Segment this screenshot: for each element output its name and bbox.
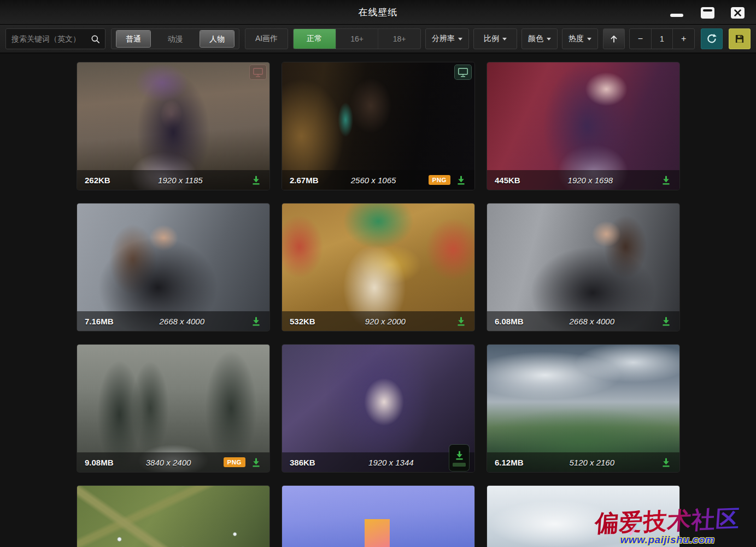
gradient-monolith xyxy=(365,519,390,547)
ai-art-button[interactable]: AI画作 xyxy=(245,28,288,49)
wallpaper-card[interactable]: 6.08MB 2668 x 4000 xyxy=(487,203,679,331)
rating-filter-group: 正常 16+ 18+ xyxy=(293,28,421,49)
monitor-icon[interactable] xyxy=(455,65,471,79)
arrow-up-icon xyxy=(608,33,619,44)
resolution-label: 920 x 2000 xyxy=(315,317,455,326)
category-button-people[interactable]: 人物 xyxy=(200,31,234,47)
resolution-dropdown-label: 分辨率 xyxy=(432,34,455,44)
wallpaper-info-bar: 386KB 1920 x 1344 xyxy=(282,452,474,472)
chevron-down-icon xyxy=(587,38,591,40)
resolution-label: 1920 x 1185 xyxy=(110,176,250,185)
rating-button-16plus[interactable]: 16+ xyxy=(336,29,378,49)
app-window: 在线壁纸 普通 动漫 人物 AI画作 正常 16+ 18+ 分辨率 xyxy=(0,0,756,547)
png-badge: PNG xyxy=(429,175,450,185)
resolution-label: 2560 x 1065 xyxy=(319,176,429,185)
file-size: 6.08MB xyxy=(495,317,524,326)
refresh-icon xyxy=(706,33,718,45)
download-icon[interactable] xyxy=(660,174,672,186)
download-icon[interactable] xyxy=(250,174,262,186)
wallpaper-thumbnail xyxy=(77,486,269,547)
wallpaper-card[interactable]: 9.08MB 3840 x 2400 PNG xyxy=(77,345,269,472)
wallpaper-card[interactable]: 386KB 1920 x 1344 xyxy=(282,345,474,472)
save-icon xyxy=(734,33,745,44)
wallpaper-info-bar: 2.67MB 2560 x 1065 PNG xyxy=(282,170,474,190)
download-icon[interactable] xyxy=(455,174,467,186)
resolution-label: 5120 x 2160 xyxy=(524,458,660,467)
download-icon[interactable] xyxy=(455,316,467,327)
close-button[interactable] xyxy=(731,7,745,19)
file-size: 7.16MB xyxy=(85,317,114,326)
category-button-normal[interactable]: 普通 xyxy=(116,31,150,47)
file-size: 9.08MB xyxy=(85,458,114,467)
download-icon[interactable] xyxy=(250,457,262,468)
png-badge: PNG xyxy=(224,457,245,467)
search-input[interactable] xyxy=(11,34,88,43)
resolution-label: 3840 x 2400 xyxy=(114,458,224,467)
wallpaper-thumbnail xyxy=(282,486,474,547)
monitor-icon[interactable] xyxy=(250,65,266,79)
wallpaper-grid-area: 262KB 1920 x 1185 2.67MB 2560 x 1065 xyxy=(0,55,756,547)
sort-ascending-button[interactable] xyxy=(603,28,625,49)
file-size: 445KB xyxy=(495,176,520,185)
maximize-icon xyxy=(703,9,712,11)
chevron-down-icon xyxy=(547,38,551,40)
search-box xyxy=(5,28,106,49)
wallpaper-card[interactable] xyxy=(282,486,474,547)
rating-button-normal[interactable]: 正常 xyxy=(294,29,336,49)
ratio-dropdown[interactable]: 比例 xyxy=(473,28,517,49)
wallpaper-thumbnail xyxy=(487,486,679,547)
popularity-dropdown[interactable]: 热度 xyxy=(562,28,598,49)
wallpaper-info-bar: 6.08MB 2668 x 4000 xyxy=(487,311,679,331)
download-icon[interactable] xyxy=(660,316,672,327)
wallpaper-info-bar: 9.08MB 3840 x 2400 PNG xyxy=(77,452,269,472)
download-icon[interactable] xyxy=(449,445,469,471)
file-size: 262KB xyxy=(85,176,110,185)
wallpaper-info-bar: 445KB 1920 x 1698 xyxy=(487,170,679,190)
minimize-button[interactable] xyxy=(670,14,683,17)
wallpaper-card[interactable]: 6.12MB 5120 x 2160 xyxy=(487,345,679,472)
wallpaper-card[interactable] xyxy=(487,486,679,547)
resolution-label: 1920 x 1698 xyxy=(520,176,660,185)
wallpaper-card[interactable]: 532KB 920 x 2000 xyxy=(282,203,474,331)
color-dropdown[interactable]: 颜色 xyxy=(521,28,558,49)
category-filter-group: 普通 动漫 人物 xyxy=(111,28,239,49)
download-icon[interactable] xyxy=(250,316,262,327)
toolbar: 普通 动漫 人物 AI画作 正常 16+ 18+ 分辨率 比例 颜色 热度 xyxy=(0,25,756,54)
wallpaper-card[interactable]: 7.16MB 2668 x 4000 xyxy=(77,203,269,331)
page-number: 1 xyxy=(651,29,673,49)
resolution-label: 1920 x 1344 xyxy=(315,458,467,467)
window-title: 在线壁纸 xyxy=(0,0,756,25)
wallpaper-info-bar: 6.12MB 5120 x 2160 xyxy=(487,452,679,472)
page-decrease-button[interactable]: − xyxy=(630,29,651,49)
refresh-button[interactable] xyxy=(701,28,723,49)
rating-button-18plus[interactable]: 18+ xyxy=(378,29,420,49)
download-progress-bar xyxy=(453,463,466,467)
titlebar: 在线壁纸 xyxy=(0,0,756,25)
chevron-down-icon xyxy=(502,38,507,40)
page-increase-button[interactable]: + xyxy=(672,29,694,49)
maximize-button[interactable] xyxy=(701,7,714,19)
close-icon xyxy=(734,9,741,16)
page-stepper: − 1 + xyxy=(629,28,695,49)
resolution-dropdown[interactable]: 分辨率 xyxy=(425,28,469,49)
download-icon[interactable] xyxy=(660,457,672,468)
popularity-dropdown-label: 热度 xyxy=(569,34,584,44)
wallpaper-card[interactable]: 2.67MB 2560 x 1065 PNG xyxy=(282,62,474,190)
file-size: 532KB xyxy=(290,317,315,326)
color-dropdown-label: 颜色 xyxy=(528,34,543,44)
ratio-dropdown-label: 比例 xyxy=(484,34,499,44)
wallpaper-card[interactable] xyxy=(77,486,269,547)
wallpaper-card[interactable]: 445KB 1920 x 1698 xyxy=(487,62,679,190)
chevron-down-icon xyxy=(458,38,462,40)
wallpaper-info-bar: 532KB 920 x 2000 xyxy=(282,311,474,331)
file-size: 386KB xyxy=(290,458,315,467)
wallpaper-info-bar: 262KB 1920 x 1185 xyxy=(77,170,269,190)
search-icon[interactable] xyxy=(90,34,101,44)
wallpaper-info-bar: 7.16MB 2668 x 4000 xyxy=(77,311,269,331)
wallpaper-grid: 262KB 1920 x 1185 2.67MB 2560 x 1065 xyxy=(77,62,679,547)
resolution-label: 2668 x 4000 xyxy=(114,317,250,326)
save-button[interactable] xyxy=(729,28,751,49)
wallpaper-card[interactable]: 262KB 1920 x 1185 xyxy=(77,62,269,190)
category-button-anime[interactable]: 动漫 xyxy=(159,31,192,47)
resolution-label: 2668 x 4000 xyxy=(524,317,660,326)
